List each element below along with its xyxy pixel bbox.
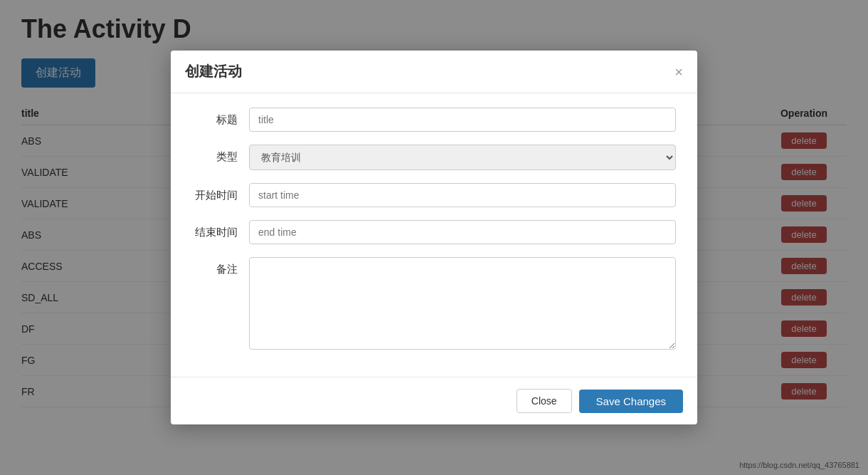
modal-body: 标题 类型 教育培训 体育运动 文化艺术 科技创新 开始时间 结束时 — [171, 93, 697, 377]
note-label: 备注 — [192, 257, 249, 276]
modal-footer: Close Save Changes — [171, 377, 697, 424]
save-changes-button[interactable]: Save Changes — [579, 390, 683, 413]
form-group-type: 类型 教育培训 体育运动 文化艺术 科技创新 — [192, 145, 676, 170]
end-time-label: 结束时间 — [192, 220, 249, 239]
create-activity-modal: 创建活动 × 标题 类型 教育培训 体育运动 文化艺术 科技创新 — [171, 51, 697, 424]
title-label: 标题 — [192, 108, 249, 127]
form-group-end-time: 结束时间 — [192, 220, 676, 244]
start-time-input[interactable] — [249, 183, 676, 207]
start-time-label: 开始时间 — [192, 183, 249, 202]
modal-overlay: 创建活动 × 标题 类型 教育培训 体育运动 文化艺术 科技创新 — [0, 0, 868, 475]
type-label: 类型 — [192, 145, 249, 164]
form-group-title: 标题 — [192, 108, 676, 132]
type-select[interactable]: 教育培训 体育运动 文化艺术 科技创新 — [249, 145, 676, 170]
close-modal-button[interactable]: Close — [517, 389, 572, 413]
form-group-note: 备注 — [192, 257, 676, 350]
end-time-input[interactable] — [249, 220, 676, 244]
form-group-start-time: 开始时间 — [192, 183, 676, 207]
modal-header: 创建活动 × — [171, 51, 697, 93]
note-textarea[interactable] — [249, 257, 676, 350]
title-input[interactable] — [249, 108, 676, 132]
modal-title: 创建活动 — [185, 62, 242, 81]
modal-close-button[interactable]: × — [674, 65, 683, 79]
